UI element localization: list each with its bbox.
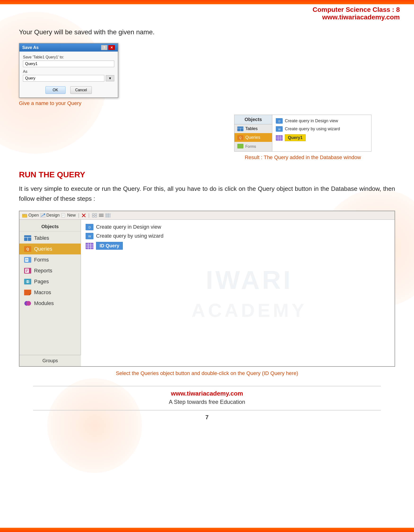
as-label: As	[23, 69, 114, 74]
table-icon	[237, 126, 243, 131]
new-toolbar-icon	[61, 213, 66, 218]
query-icon: Q	[237, 135, 243, 140]
intro-text: Your Query will be saved with the given …	[19, 28, 395, 36]
mini-tables-label: Tables	[245, 126, 258, 131]
db-option-design[interactable]: D Create query in Design view	[86, 222, 390, 231]
watermark-top: IWARI	[192, 265, 307, 295]
sidebar-item-reports[interactable]: Reports	[19, 265, 81, 276]
reports-label: Reports	[34, 268, 52, 274]
query1-grid-icon	[276, 135, 282, 141]
sidebar-item-tables[interactable]: Tables	[19, 233, 81, 244]
toolbar-design[interactable]: Design	[40, 213, 60, 218]
footer-url: www.tiwariacademy.com	[19, 390, 395, 397]
mini-option-wizard[interactable]: W Create query by using wizard	[276, 125, 368, 133]
db-body: Objects Tables Q Queries	[19, 220, 395, 366]
svg-rect-5	[237, 144, 243, 149]
modules-icon	[24, 301, 31, 306]
db-toolbar: Open Design New | |	[19, 211, 395, 220]
forms-sidebar-icon	[24, 257, 31, 263]
mini-query1-row[interactable]: Query1	[276, 133, 368, 142]
toolbar-open[interactable]: Open	[22, 213, 39, 218]
svg-rect-10	[276, 135, 283, 141]
db-design-label: Create query in Design view	[96, 224, 161, 230]
option-wizard-label: Create query by using wizard	[285, 126, 340, 132]
svg-rect-51	[26, 270, 28, 271]
svg-rect-50	[26, 270, 28, 270]
dialog-close-button[interactable]: ✕	[108, 45, 115, 50]
layout1-icon	[92, 213, 97, 218]
open-label: Open	[29, 213, 39, 218]
db-idquery-row[interactable]: ID Query	[86, 240, 390, 251]
reports-icon	[24, 268, 31, 274]
run-query-body: It is very simple to execute or run the …	[19, 184, 395, 204]
select-arrow-icon[interactable]: ▼	[106, 75, 114, 81]
db-content-area: D Create query in Design view W Create q…	[81, 220, 395, 366]
mini-forms-label: Forms	[245, 144, 256, 149]
mini-option-design[interactable]: D Create query in Design view	[276, 117, 368, 125]
svg-text:W: W	[88, 235, 91, 238]
ok-button[interactable]: OK	[45, 86, 66, 94]
pages-label: Pages	[34, 278, 49, 285]
save-as-dialog-container: Save As ? ✕ Save 'Table1 Query1' to: As …	[19, 43, 118, 106]
sidebar-item-forms[interactable]: Forms	[19, 254, 81, 265]
db-wizard-label: Create query by using wizard	[96, 233, 164, 239]
svg-rect-34	[105, 213, 110, 218]
svg-rect-28	[95, 214, 97, 215]
open-icon	[22, 213, 28, 218]
svg-text:Q: Q	[239, 136, 241, 140]
sidebar-item-queries[interactable]: Q Queries	[19, 244, 81, 254]
modules-label: Modules	[34, 300, 54, 306]
run-query-heading: RUN THE QUERY	[19, 170, 395, 179]
database-window: Open Design New | |	[19, 211, 395, 367]
svg-rect-65	[86, 243, 93, 249]
mini-queries-item[interactable]: Q Queries	[234, 133, 272, 142]
svg-rect-17	[22, 214, 27, 214]
query1-badge[interactable]: Query1	[285, 134, 306, 141]
db-sidebar-header: Objects	[19, 222, 81, 231]
mini-queries-label: Queries	[245, 135, 260, 140]
footer-bottom-bar	[0, 528, 414, 532]
select-caption: Select the Queries object button and dou…	[19, 370, 395, 376]
db-sidebar-groups: Groups	[19, 355, 81, 366]
sidebar-item-macros[interactable]: Macros	[19, 287, 81, 298]
dialog-title: Save As	[22, 45, 39, 50]
dialog-help-icon[interactable]: ?	[101, 45, 107, 50]
mini-tables-item[interactable]: Tables	[234, 124, 272, 133]
sidebar-item-pages[interactable]: Pages	[19, 276, 81, 287]
toolbar-delete[interactable]	[82, 213, 86, 218]
svg-rect-31	[99, 214, 104, 214]
toolbar-sep1: |	[78, 213, 79, 218]
as-select[interactable]	[23, 75, 104, 82]
macros-label: Macros	[34, 289, 51, 295]
save-as-dialog: Save As ? ✕ Save 'Table1 Query1' to: As …	[19, 43, 118, 98]
groups-label: Groups	[42, 358, 58, 363]
svg-rect-30	[95, 216, 97, 217]
svg-rect-32	[99, 215, 104, 216]
db-option-wizard[interactable]: W Create query by using wizard	[86, 231, 390, 240]
queries-label: Queries	[34, 246, 52, 252]
id-query-badge[interactable]: ID Query	[96, 242, 123, 250]
toolbar-sep2: |	[88, 213, 89, 218]
dialog-caption: Give a name to your Query	[19, 100, 81, 106]
mini-forms-item[interactable]: Forms	[234, 142, 272, 151]
svg-text:D: D	[279, 120, 280, 123]
sidebar-item-modules[interactable]: Modules	[19, 298, 81, 309]
page-number: 7	[19, 414, 395, 421]
db-grid-icon	[86, 243, 93, 249]
toolbar-layout1[interactable]	[92, 213, 97, 218]
toolbar-layout2[interactable]	[99, 213, 104, 218]
new-label: New	[67, 213, 76, 218]
cancel-button[interactable]: Cancel	[70, 86, 92, 94]
pages-icon	[24, 279, 31, 285]
footer-divider2	[33, 410, 381, 410]
dialog-titlebar: Save As ? ✕	[19, 44, 118, 52]
query-name-input[interactable]	[23, 60, 114, 67]
forms-label: Forms	[34, 257, 49, 263]
footer: www.tiwariacademy.com A Step towards fre…	[19, 386, 395, 430]
svg-text:Q: Q	[27, 247, 29, 251]
toolbar-new[interactable]: New	[61, 213, 76, 218]
svg-text:D: D	[88, 226, 91, 229]
objects-mini-panel: Objects Tables Q Queries	[234, 115, 371, 152]
svg-text:W: W	[278, 128, 281, 131]
toolbar-layout3[interactable]	[105, 213, 110, 218]
